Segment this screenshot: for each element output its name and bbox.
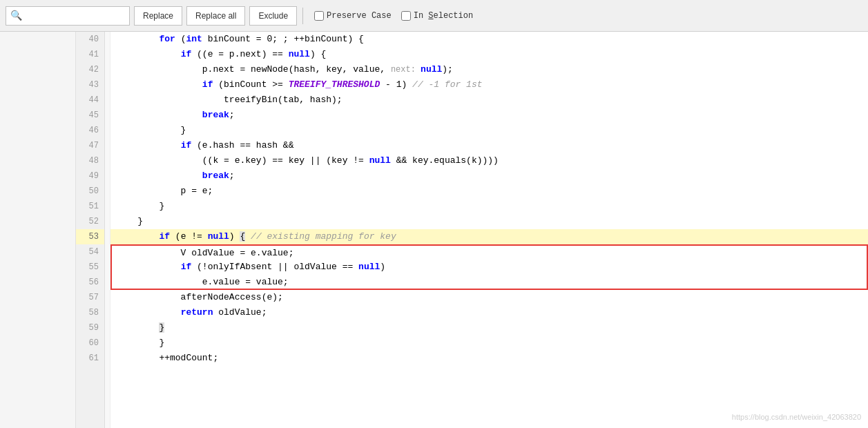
code-line: } [110,214,868,229]
preserve-case-checkbox[interactable] [314,11,324,21]
line-number: 43 [76,77,104,93]
code-line: if ((e = p.next) == null) { [110,47,868,62]
line-number: 40 [76,32,104,47]
preserve-case-text: Preserve Case [327,11,392,21]
code-line: } [110,320,868,335]
line-number: 46 [76,123,104,138]
line-number: 61 [76,351,104,366]
code-line: break; [110,108,868,123]
code-line: afterNodeAccess(e); [110,290,868,305]
code-area[interactable]: for (int binCount = 0; ; ++binCount) { i… [110,32,868,428]
replace-button[interactable]: Replace [134,6,182,26]
code-line: } [110,335,868,351]
separator [302,8,303,24]
indicator-strip [105,32,110,428]
code-line: } [110,199,868,214]
line-number: 44 [76,93,104,108]
code-line: if (e != null) { // existing mapping for… [110,229,868,244]
in-selection-label[interactable]: In Selection [401,11,473,21]
line-number: 51 [76,199,104,214]
line-number: 60 [76,335,104,351]
code-line: } [110,123,868,138]
line-number: 42 [76,62,104,77]
code-line: if (!onlyIfAbsent || oldValue == null) [110,260,868,275]
code-line: ((k = e.key) == key || (key != null && k… [110,153,868,168]
code-line: p = e; [110,184,868,199]
line-number: 59 [76,320,104,335]
search-input-area[interactable]: 🔍 [6,6,130,26]
line-number: 55 [76,260,104,275]
code-line: ++modCount; [110,351,868,366]
code-lines: for (int binCount = 0; ; ++binCount) { i… [110,32,868,366]
line-number: 47 [76,138,104,153]
line-number: 41 [76,47,104,62]
toolbar: 🔍 Replace Replace all Exclude Preserve C… [0,0,868,32]
search-icon: 🔍 [10,10,22,21]
in-selection-text: In Selection [414,11,473,21]
line-number-gutter: 4041424344454647484950515253545556575859… [76,32,105,428]
code-line: for (int binCount = 0; ; ++binCount) { [110,32,868,47]
line-number: 56 [76,275,104,290]
code-line: p.next = newNode(hash, key, value, next:… [110,62,868,77]
code-line: treeifyBin(tab, hash); [110,93,868,108]
line-number: 57 [76,290,104,305]
side-panel [0,32,76,428]
code-line: V oldValue = e.value; [110,244,868,260]
line-number: 50 [76,184,104,199]
exclude-button[interactable]: Exclude [249,6,297,26]
line-number: 54 [76,244,104,260]
line-number: 48 [76,153,104,168]
replace-all-button[interactable]: Replace all [186,6,245,26]
search-input[interactable] [25,10,125,21]
line-number: 52 [76,214,104,229]
code-line: return oldValue; [110,305,868,320]
preserve-case-label[interactable]: Preserve Case [314,11,392,21]
code-line: if (e.hash == hash && [110,138,868,153]
code-line: if (binCount >= TREEIFY_THRESHOLD - 1) /… [110,77,868,93]
code-line: break; [110,168,868,184]
line-number: 49 [76,168,104,184]
editor: 4041424344454647484950515253545556575859… [0,32,868,428]
line-number: 45 [76,108,104,123]
in-selection-checkbox[interactable] [401,11,411,21]
line-number: 53 [76,229,104,244]
code-line: e.value = value; [110,275,868,290]
line-number: 58 [76,305,104,320]
